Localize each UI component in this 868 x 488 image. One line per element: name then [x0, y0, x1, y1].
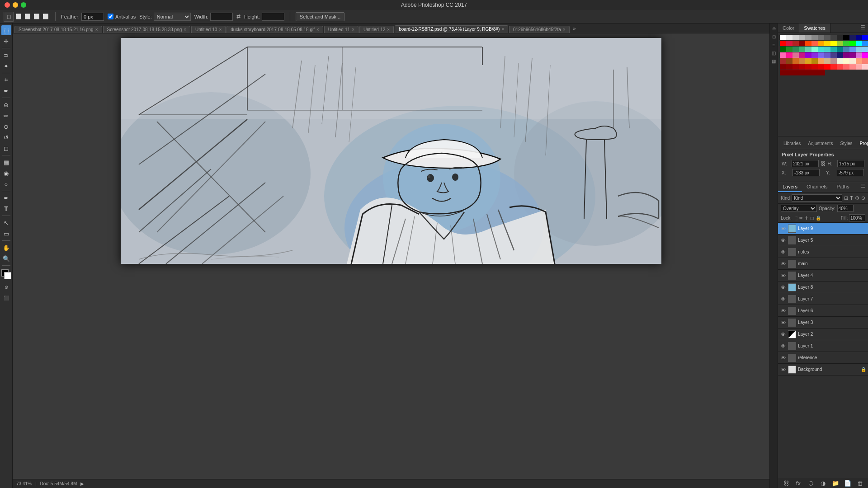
layer-item-7[interactable]: 👁 Layer 7 — [778, 293, 868, 305]
swatch[interactable] — [830, 52, 837, 58]
layer-visibility-8[interactable]: 👁 — [780, 284, 786, 291]
swatch-black[interactable] — [843, 35, 849, 40]
anti-alias-checkbox[interactable] — [108, 14, 113, 19]
tab-close-4[interactable]: × — [352, 27, 354, 32]
swatch[interactable] — [862, 58, 868, 64]
panel-menu-icon[interactable]: ☰ — [858, 23, 868, 33]
swatch[interactable] — [780, 70, 825, 75]
background-color[interactable] — [4, 272, 11, 279]
brush-tool[interactable]: ✏ — [1, 111, 11, 121]
layer-item-6[interactable]: 👁 Layer 6 — [778, 305, 868, 317]
screen-mode-btn[interactable]: ⬛ — [1, 293, 11, 303]
layer-visibility-reference[interactable]: 👁 — [780, 355, 786, 361]
filter-icon3[interactable]: ⚙ — [855, 195, 859, 201]
height-input[interactable] — [262, 13, 284, 21]
gradient-tool[interactable]: ▦ — [1, 157, 11, 167]
crop-tool[interactable]: ⌗ — [1, 75, 11, 85]
tab-close-2[interactable]: × — [219, 27, 222, 32]
layer-item-main[interactable]: 👁 main — [778, 258, 868, 270]
layer-visibility-6[interactable]: 👁 — [780, 308, 786, 314]
swatch[interactable] — [824, 41, 830, 46]
select-and-mask-button[interactable]: Select and Mask... — [296, 12, 345, 21]
swatch[interactable] — [805, 58, 811, 64]
swatch[interactable] — [856, 64, 862, 70]
lock-position-icon[interactable]: ✛ — [805, 216, 808, 221]
swatch[interactable] — [786, 47, 793, 52]
layer-item-4[interactable]: 👁 Layer 4 — [778, 270, 868, 282]
swatch[interactable] — [793, 58, 799, 64]
swatch[interactable] — [856, 58, 862, 64]
mini-icon-2[interactable]: ⊟ — [771, 33, 777, 40]
layer-visibility-3[interactable]: 👁 — [780, 319, 786, 326]
swatch[interactable] — [780, 52, 786, 58]
swatch[interactable] — [805, 35, 811, 40]
lock-artboard-icon[interactable]: ◻ — [810, 216, 814, 221]
swatch[interactable] — [818, 52, 824, 58]
layer-item-2[interactable]: 👁 Layer 2 — [778, 328, 868, 340]
shape-tool[interactable]: ▭ — [1, 229, 11, 239]
swatch[interactable] — [849, 64, 856, 70]
swatch[interactable] — [843, 47, 849, 52]
swatch[interactable] — [818, 47, 824, 52]
new-group-button[interactable]: 📁 — [831, 479, 840, 487]
swatch[interactable] — [811, 64, 818, 70]
color-tab[interactable]: Color — [778, 23, 799, 33]
swatch[interactable] — [849, 52, 856, 58]
tab-close-6[interactable]: × — [501, 27, 504, 32]
swatch[interactable] — [799, 47, 805, 52]
eraser-tool[interactable]: ◻ — [1, 143, 11, 153]
swatch[interactable] — [786, 58, 793, 64]
properties-tab[interactable]: Properties — [858, 140, 868, 147]
layer-visibility-4[interactable]: 👁 — [780, 272, 786, 279]
layer-visibility-main[interactable]: 👁 — [780, 261, 786, 267]
swatch[interactable] — [837, 52, 843, 58]
swatch[interactable] — [811, 52, 818, 58]
tab-untitled11[interactable]: Untitled-11 × — [324, 26, 359, 33]
swatch[interactable] — [856, 35, 862, 40]
swatch[interactable] — [849, 47, 856, 52]
swatch[interactable] — [830, 47, 837, 52]
swatch[interactable] — [856, 41, 862, 46]
swatch[interactable] — [843, 52, 849, 58]
layers-kind-select[interactable]: Kind Name Effect Mode Attribute Color Sm… — [792, 194, 842, 202]
swatch[interactable] — [837, 41, 843, 46]
lock-pixels-icon[interactable]: ✏ — [799, 216, 803, 221]
link-dimensions-icon[interactable]: ⛓ — [821, 160, 826, 167]
swatch[interactable] — [780, 58, 786, 64]
tab-ducks[interactable]: ducks-storyboard 2017-08-18 05.08.18.gif… — [226, 26, 323, 33]
swatch[interactable] — [799, 52, 805, 58]
mini-icon-1[interactable]: ⊕ — [771, 25, 777, 32]
swatch[interactable] — [862, 64, 868, 70]
filter-icon2[interactable]: T — [850, 195, 853, 201]
color-picker[interactable] — [1, 269, 11, 279]
swatch[interactable] — [824, 35, 830, 40]
filter-icon1[interactable]: ⊞ — [844, 195, 848, 201]
tab-close-3[interactable]: × — [316, 27, 319, 32]
swatch[interactable] — [786, 35, 793, 40]
add-adjustment-button[interactable]: ◑ — [819, 479, 827, 487]
delete-layer-button[interactable]: 🗑 — [856, 479, 864, 487]
fill-input[interactable] — [849, 214, 865, 221]
status-arrow[interactable]: ▶ — [80, 481, 84, 486]
swatch[interactable] — [805, 47, 811, 52]
swatch[interactable] — [811, 58, 818, 64]
add-mask-button[interactable]: ⬡ — [807, 479, 815, 487]
layer-item-8[interactable]: 👁 Layer 8 — [778, 282, 868, 293]
layer-item-9[interactable]: 👁 Layer 9 — [778, 223, 868, 235]
maximize-button[interactable] — [21, 2, 26, 8]
layer-item-background[interactable]: 👁 Background 🔒 — [778, 364, 868, 375]
filter-toggle[interactable]: ⊙ — [861, 195, 865, 201]
swatch[interactable] — [793, 47, 799, 52]
tab-untitled10[interactable]: Untitled-10 × — [191, 26, 226, 33]
swatch[interactable] — [830, 35, 837, 40]
add-layer-style-button[interactable]: fx — [794, 479, 802, 487]
tab-close-7[interactable]: × — [563, 27, 566, 32]
tab-untitled12[interactable]: Untitled-12 × — [359, 26, 394, 33]
tool-preset-picker[interactable]: ⬚ — [4, 12, 14, 22]
tab-screenshot1[interactable]: Screenshot 2017-08-18 15.21.16.png × — [14, 26, 102, 33]
swatch[interactable] — [818, 64, 824, 70]
swatch[interactable] — [862, 35, 868, 40]
move-tool[interactable]: ✛ — [1, 36, 11, 46]
swatch[interactable] — [793, 35, 799, 40]
path-select-tool[interactable]: ↖ — [1, 218, 11, 228]
